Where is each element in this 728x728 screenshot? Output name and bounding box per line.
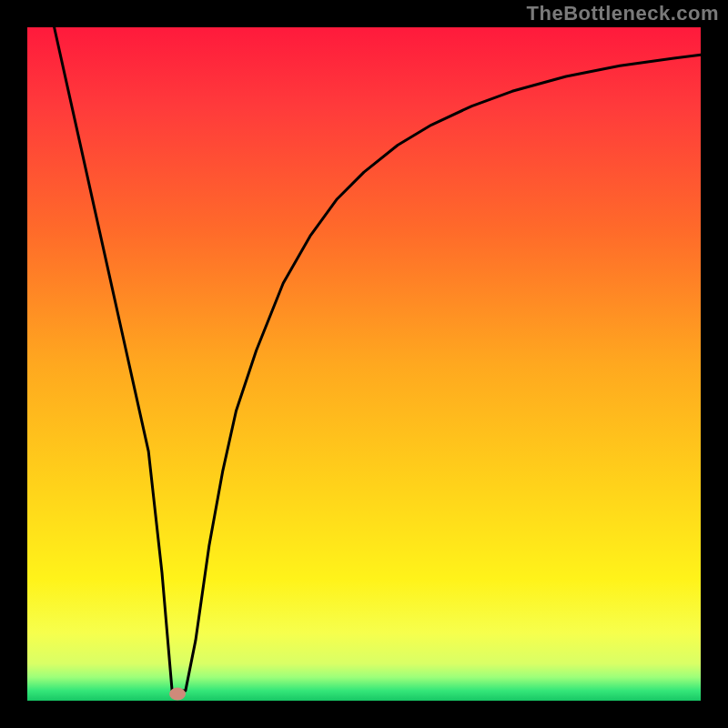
chart-root: TheBottleneck.com — [0, 0, 728, 728]
attribution-text: TheBottleneck.com — [527, 2, 719, 25]
optimum-dot — [169, 688, 186, 701]
bottleneck-chart — [0, 0, 728, 728]
